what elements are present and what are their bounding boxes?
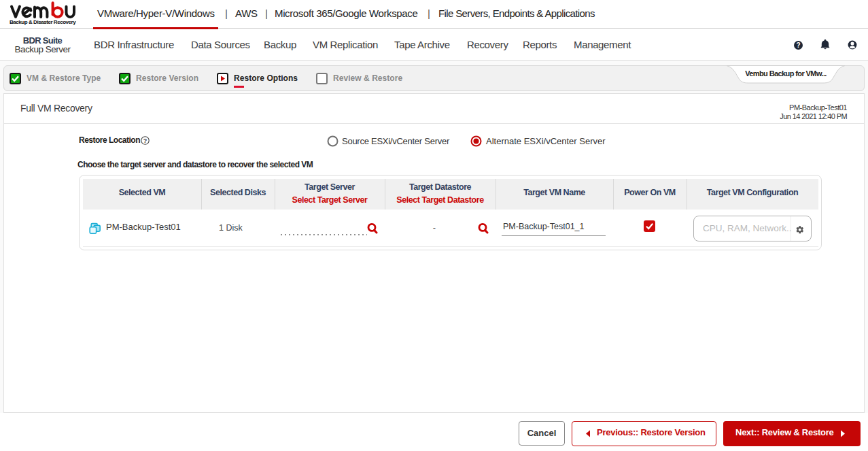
svg-text:?: ? [796, 41, 800, 49]
svg-text:?: ? [143, 137, 147, 144]
